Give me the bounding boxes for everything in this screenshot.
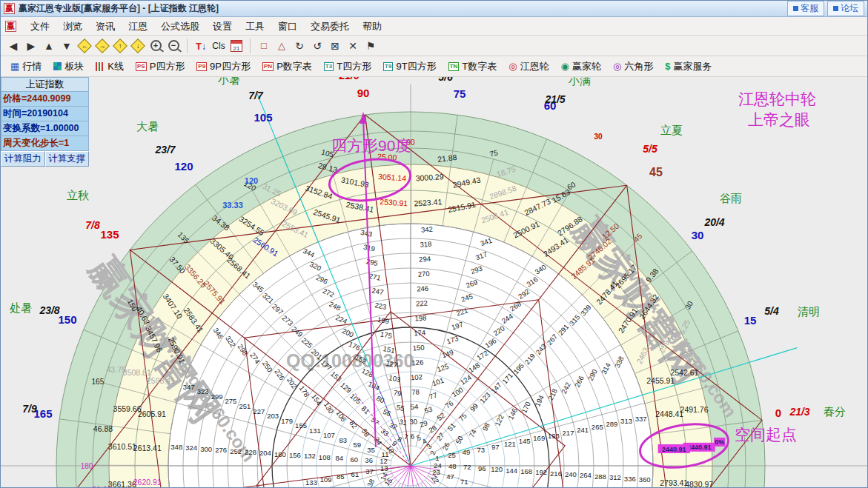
svg-text:121: 121 (504, 440, 516, 448)
svg-text:5/5: 5/5 (643, 143, 657, 155)
pan-left-icon[interactable]: ← (76, 38, 93, 54)
square-tool-icon[interactable]: □ (256, 38, 272, 54)
pan-down-icon[interactable]: ↓ (130, 38, 146, 54)
9t-square-icon: T9 (383, 62, 393, 71)
toolbar-item-p-square[interactable]: PSP四方形 (130, 59, 190, 75)
menu-item-帮助[interactable]: 帮助 (356, 19, 388, 33)
svg-text:2530.91: 2530.91 (380, 197, 408, 207)
svg-text:25: 25 (448, 451, 456, 459)
menu-item-公式选股[interactable]: 公式选股 (154, 19, 206, 33)
winner-service-label: 赢家服务 (674, 60, 712, 73)
toolbar-item-t-table[interactable]: TNT数字表 (443, 59, 503, 75)
menu-item-工具[interactable]: 工具 (239, 19, 271, 33)
toolbar-item-p-table[interactable]: PNP数字表 (257, 59, 317, 75)
toolbar-item-sectors[interactable]: 板块 (48, 59, 89, 75)
calendar-icon[interactable]: 21 (228, 38, 245, 54)
svg-text:60: 60 (350, 455, 358, 464)
svg-text:313: 313 (620, 417, 632, 425)
rotate-cw-icon[interactable]: ↻ (291, 38, 308, 54)
zoom-in-icon[interactable]: + (148, 38, 164, 54)
svg-text:144: 144 (506, 467, 517, 475)
p-square-icon: PS (136, 62, 147, 71)
toolbar-separator (187, 39, 188, 53)
zoom-out-icon[interactable]: − (165, 38, 182, 54)
toolbar-separator (250, 39, 251, 53)
svg-text:2448.41: 2448.41 (655, 410, 683, 418)
t-table-label: T数字表 (462, 60, 497, 73)
toolbar-item-winner-wheel[interactable]: ◉赢家轮 (556, 59, 606, 75)
p-square-label: P四方形 (150, 60, 185, 73)
svg-text:203: 203 (267, 412, 279, 420)
forum-button[interactable]: 论坛 (827, 1, 864, 16)
toolbar-item-t-square[interactable]: T3T四方形 (319, 59, 377, 75)
toolbar-item-hexagon[interactable]: ◎六角形 (608, 59, 658, 75)
svg-text:5/4: 5/4 (764, 305, 779, 317)
menu-item-文件[interactable]: 文件 (24, 19, 56, 33)
svg-text:132: 132 (304, 452, 316, 460)
toolbar-item-quotes[interactable]: ▦行情 (5, 59, 47, 75)
nav-up-icon[interactable]: ▲ (41, 38, 57, 54)
flag-icon[interactable]: ⚑ (362, 38, 379, 54)
toolbar-item-winner-service[interactable]: $赢家服务 (660, 59, 717, 75)
toolbar-item-gann-wheel[interactable]: ◎江恩轮 (503, 59, 554, 75)
menu-item-窗口[interactable]: 窗口 (271, 19, 304, 33)
svg-text:337: 337 (635, 415, 647, 423)
svg-text:谷雨: 谷雨 (720, 192, 742, 204)
svg-text:318: 318 (420, 240, 432, 249)
svg-text:102: 102 (411, 372, 423, 381)
svg-text:46.88: 46.88 (93, 424, 113, 433)
menu-item-交易委托[interactable]: 交易委托 (304, 19, 356, 33)
svg-text:222: 222 (416, 298, 428, 307)
button-计算支撑[interactable]: 计算支撑 (45, 151, 90, 167)
quotes-icon: ▦ (10, 61, 19, 71)
svg-text:清明: 清明 (798, 305, 820, 318)
svg-text:300: 300 (200, 445, 212, 453)
nav-down-icon[interactable]: ▼ (59, 38, 75, 54)
triangle-tool-icon[interactable]: △ (274, 38, 290, 54)
gann-wheel-canvas[interactable]: 赢家财富网www.yingjia360.comQQ:100800360赢家财富网… (1, 77, 868, 488)
button-计算阻力[interactable]: 计算阻力 (1, 151, 45, 167)
svg-text:7/8: 7/8 (85, 219, 100, 231)
svg-text:30: 30 (594, 133, 603, 141)
svg-text:小满: 小满 (568, 77, 591, 87)
svg-text:23/7: 23/7 (154, 144, 176, 156)
svg-text:立秋: 立秋 (67, 189, 89, 201)
svg-text:240: 240 (565, 470, 577, 478)
menu-item-设置[interactable]: 设置 (206, 19, 239, 33)
svg-text:2613.41: 2613.41 (133, 444, 162, 452)
menu-item-资讯[interactable]: 资讯 (89, 19, 122, 33)
svg-text:265: 265 (592, 423, 603, 431)
nav-left-icon[interactable]: ◀ (5, 38, 21, 54)
toolbar-item-9p-square[interactable]: P99P四方形 (191, 59, 256, 75)
menu-item-江恩[interactable]: 江恩 (122, 19, 154, 33)
svg-text:251: 251 (239, 402, 251, 410)
pan-right-icon[interactable]: → (94, 38, 110, 54)
rotate-ccw-icon[interactable]: ↺ (309, 38, 325, 54)
select-box-icon[interactable]: ⊠ (327, 38, 343, 54)
crosshair-icon[interactable]: ✕ (345, 38, 361, 54)
menu-item-浏览[interactable]: 浏览 (56, 19, 89, 33)
toolbar-item-kline[interactable]: K线 (90, 59, 129, 75)
svg-text:79: 79 (393, 388, 402, 398)
svg-text:228: 228 (245, 448, 256, 456)
svg-text:43.75: 43.75 (107, 365, 126, 374)
symbol-name: 上证指数 (1, 77, 89, 92)
svg-text:36: 36 (365, 456, 373, 464)
support-button[interactable]: 客服 (787, 1, 824, 16)
svg-text:21/5: 21/5 (544, 93, 565, 105)
title-bar: 赢 赢家江恩专业版[赢家服务平台] - [上证指数 江恩轮] 客服 论坛 (1, 1, 867, 17)
9t-square-label: 9T四方形 (396, 60, 436, 73)
pan-up-icon[interactable]: ↑ (112, 38, 128, 54)
nav-right-icon[interactable]: ▶ (23, 38, 39, 54)
svg-text:3000.29: 3000.29 (415, 172, 444, 182)
svg-text:0: 0 (775, 407, 781, 419)
cls-button[interactable]: Cls (211, 38, 227, 54)
svg-text:204: 204 (259, 449, 271, 457)
toolbar-item-9t-square[interactable]: T99T四方形 (378, 59, 442, 75)
svg-text:5/6: 5/6 (438, 77, 453, 83)
svg-text:270: 270 (417, 270, 430, 278)
svg-text:97: 97 (491, 443, 500, 451)
svg-text:春分: 春分 (824, 405, 846, 418)
t-arrow-icon[interactable]: T↓ (193, 38, 209, 54)
app-logo-icon: 赢 (4, 3, 15, 14)
